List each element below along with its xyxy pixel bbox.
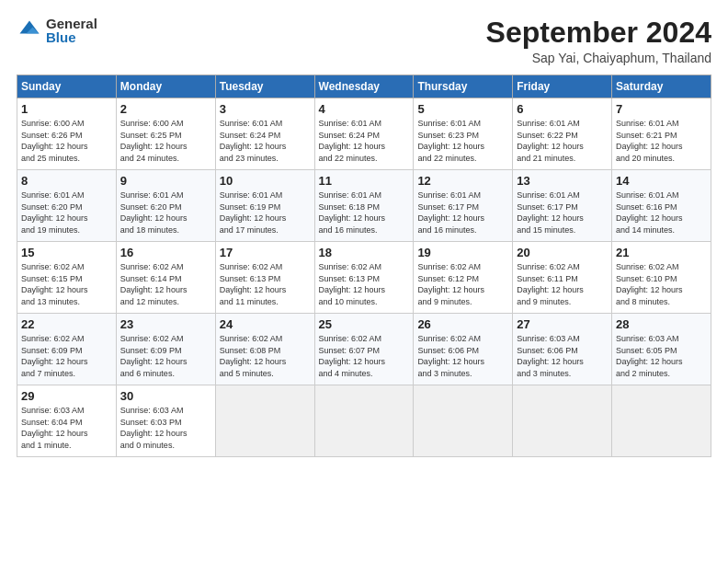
day-number: 5	[417, 102, 508, 116]
cell-details: Sunrise: 6:02 AMSunset: 6:15 PMDaylight:…	[21, 261, 112, 307]
calendar-cell: 11Sunrise: 6:01 AMSunset: 6:18 PMDayligh…	[314, 170, 414, 242]
calendar-week-3: 15Sunrise: 6:02 AMSunset: 6:15 PMDayligh…	[17, 242, 711, 314]
calendar-week-1: 1Sunrise: 6:00 AMSunset: 6:26 PMDaylight…	[17, 98, 711, 170]
calendar-cell	[612, 385, 711, 457]
col-header-tuesday: Tuesday	[215, 75, 314, 98]
col-header-saturday: Saturday	[612, 75, 711, 98]
day-number: 10	[220, 174, 311, 188]
cell-details: Sunrise: 6:03 AMSunset: 6:03 PMDaylight:…	[120, 405, 211, 451]
calendar-cell: 16Sunrise: 6:02 AMSunset: 6:14 PMDayligh…	[116, 242, 215, 314]
calendar-cell: 10Sunrise: 6:01 AMSunset: 6:19 PMDayligh…	[215, 170, 314, 242]
calendar-cell: 8Sunrise: 6:01 AMSunset: 6:20 PMDaylight…	[17, 170, 117, 242]
calendar-cell: 19Sunrise: 6:02 AMSunset: 6:12 PMDayligh…	[414, 242, 513, 314]
day-number: 30	[120, 389, 211, 403]
calendar-cell: 25Sunrise: 6:02 AMSunset: 6:07 PMDayligh…	[314, 314, 414, 385]
calendar-cell: 30Sunrise: 6:03 AMSunset: 6:03 PMDayligh…	[116, 385, 215, 457]
cell-details: Sunrise: 6:01 AMSunset: 6:17 PMDaylight:…	[417, 190, 508, 236]
calendar-cell: 24Sunrise: 6:02 AMSunset: 6:08 PMDayligh…	[215, 314, 314, 385]
cell-details: Sunrise: 6:00 AMSunset: 6:25 PMDaylight:…	[120, 118, 211, 164]
cell-details: Sunrise: 6:03 AMSunset: 6:04 PMDaylight:…	[21, 405, 112, 451]
logo-general: General	[46, 17, 97, 30]
calendar-cell	[513, 385, 612, 457]
month-title: September 2024	[486, 17, 711, 49]
cell-details: Sunrise: 6:01 AMSunset: 6:16 PMDaylight:…	[616, 190, 707, 236]
col-header-sunday: Sunday	[17, 75, 117, 98]
day-number: 15	[21, 246, 112, 259]
cell-details: Sunrise: 6:02 AMSunset: 6:13 PMDaylight:…	[220, 261, 311, 307]
cell-details: Sunrise: 6:02 AMSunset: 6:09 PMDaylight:…	[21, 333, 112, 379]
page: General Blue September 2024 Sap Yai, Cha…	[0, 0, 728, 563]
logo-icon	[17, 17, 42, 43]
calendar-cell: 6Sunrise: 6:01 AMSunset: 6:22 PMDaylight…	[513, 98, 612, 170]
calendar-cell: 4Sunrise: 6:01 AMSunset: 6:24 PMDaylight…	[314, 98, 414, 170]
calendar-cell: 20Sunrise: 6:02 AMSunset: 6:11 PMDayligh…	[513, 242, 612, 314]
calendar-cell: 29Sunrise: 6:03 AMSunset: 6:04 PMDayligh…	[17, 385, 117, 457]
day-number: 24	[220, 317, 311, 331]
cell-details: Sunrise: 6:02 AMSunset: 6:06 PMDaylight:…	[417, 333, 508, 379]
day-number: 6	[517, 102, 608, 116]
calendar-cell: 26Sunrise: 6:02 AMSunset: 6:06 PMDayligh…	[414, 314, 513, 385]
cell-details: Sunrise: 6:01 AMSunset: 6:22 PMDaylight:…	[517, 118, 608, 164]
logo: General Blue	[17, 17, 97, 44]
day-number: 16	[120, 246, 211, 259]
calendar-cell: 22Sunrise: 6:02 AMSunset: 6:09 PMDayligh…	[17, 314, 117, 385]
day-number: 28	[616, 317, 707, 331]
day-number: 12	[417, 174, 508, 188]
day-number: 18	[319, 246, 410, 259]
col-header-monday: Monday	[116, 75, 215, 98]
calendar-cell: 1Sunrise: 6:00 AMSunset: 6:26 PMDaylight…	[17, 98, 117, 170]
calendar-cell	[215, 385, 314, 457]
calendar-cell: 14Sunrise: 6:01 AMSunset: 6:16 PMDayligh…	[612, 170, 711, 242]
cell-details: Sunrise: 6:01 AMSunset: 6:19 PMDaylight:…	[220, 190, 311, 236]
day-number: 11	[319, 174, 410, 188]
day-number: 3	[220, 102, 311, 116]
day-number: 20	[517, 246, 608, 259]
col-header-thursday: Thursday	[414, 75, 513, 98]
day-number: 1	[21, 102, 112, 116]
calendar-cell: 27Sunrise: 6:03 AMSunset: 6:06 PMDayligh…	[513, 314, 612, 385]
calendar-cell: 23Sunrise: 6:02 AMSunset: 6:09 PMDayligh…	[116, 314, 215, 385]
cell-details: Sunrise: 6:01 AMSunset: 6:24 PMDaylight:…	[319, 118, 410, 164]
calendar-cell: 15Sunrise: 6:02 AMSunset: 6:15 PMDayligh…	[17, 242, 117, 314]
calendar-cell: 7Sunrise: 6:01 AMSunset: 6:21 PMDaylight…	[612, 98, 711, 170]
calendar-week-5: 29Sunrise: 6:03 AMSunset: 6:04 PMDayligh…	[17, 385, 711, 457]
day-number: 2	[120, 102, 211, 116]
calendar-week-2: 8Sunrise: 6:01 AMSunset: 6:20 PMDaylight…	[17, 170, 711, 242]
cell-details: Sunrise: 6:03 AMSunset: 6:05 PMDaylight:…	[616, 333, 707, 379]
calendar-header-row: SundayMondayTuesdayWednesdayThursdayFrid…	[17, 75, 711, 98]
day-number: 13	[517, 174, 608, 188]
col-header-friday: Friday	[513, 75, 612, 98]
cell-details: Sunrise: 6:03 AMSunset: 6:06 PMDaylight:…	[517, 333, 608, 379]
day-number: 9	[120, 174, 211, 188]
day-number: 7	[616, 102, 707, 116]
day-number: 21	[616, 246, 707, 259]
cell-details: Sunrise: 6:01 AMSunset: 6:23 PMDaylight:…	[417, 118, 508, 164]
cell-details: Sunrise: 6:01 AMSunset: 6:20 PMDaylight:…	[21, 190, 112, 236]
calendar-cell	[314, 385, 414, 457]
calendar-cell: 21Sunrise: 6:02 AMSunset: 6:10 PMDayligh…	[612, 242, 711, 314]
cell-details: Sunrise: 6:02 AMSunset: 6:08 PMDaylight:…	[220, 333, 311, 379]
calendar-table: SundayMondayTuesdayWednesdayThursdayFrid…	[17, 75, 711, 457]
day-number: 27	[517, 317, 608, 331]
calendar-cell: 3Sunrise: 6:01 AMSunset: 6:24 PMDaylight…	[215, 98, 314, 170]
day-number: 29	[21, 389, 112, 403]
cell-details: Sunrise: 6:02 AMSunset: 6:07 PMDaylight:…	[319, 333, 410, 379]
cell-details: Sunrise: 6:02 AMSunset: 6:14 PMDaylight:…	[120, 261, 211, 307]
header: General Blue September 2024 Sap Yai, Cha…	[17, 17, 711, 65]
day-number: 17	[220, 246, 311, 259]
day-number: 25	[319, 317, 410, 331]
cell-details: Sunrise: 6:02 AMSunset: 6:13 PMDaylight:…	[319, 261, 410, 307]
calendar-cell: 5Sunrise: 6:01 AMSunset: 6:23 PMDaylight…	[414, 98, 513, 170]
day-number: 4	[319, 102, 410, 116]
calendar-cell: 28Sunrise: 6:03 AMSunset: 6:05 PMDayligh…	[612, 314, 711, 385]
day-number: 23	[120, 317, 211, 331]
calendar-cell: 17Sunrise: 6:02 AMSunset: 6:13 PMDayligh…	[215, 242, 314, 314]
day-number: 8	[21, 174, 112, 188]
calendar-cell: 9Sunrise: 6:01 AMSunset: 6:20 PMDaylight…	[116, 170, 215, 242]
cell-details: Sunrise: 6:02 AMSunset: 6:11 PMDaylight:…	[517, 261, 608, 307]
calendar-cell	[414, 385, 513, 457]
cell-details: Sunrise: 6:02 AMSunset: 6:10 PMDaylight:…	[616, 261, 707, 307]
day-number: 14	[616, 174, 707, 188]
cell-details: Sunrise: 6:02 AMSunset: 6:09 PMDaylight:…	[120, 333, 211, 379]
cell-details: Sunrise: 6:02 AMSunset: 6:12 PMDaylight:…	[417, 261, 508, 307]
